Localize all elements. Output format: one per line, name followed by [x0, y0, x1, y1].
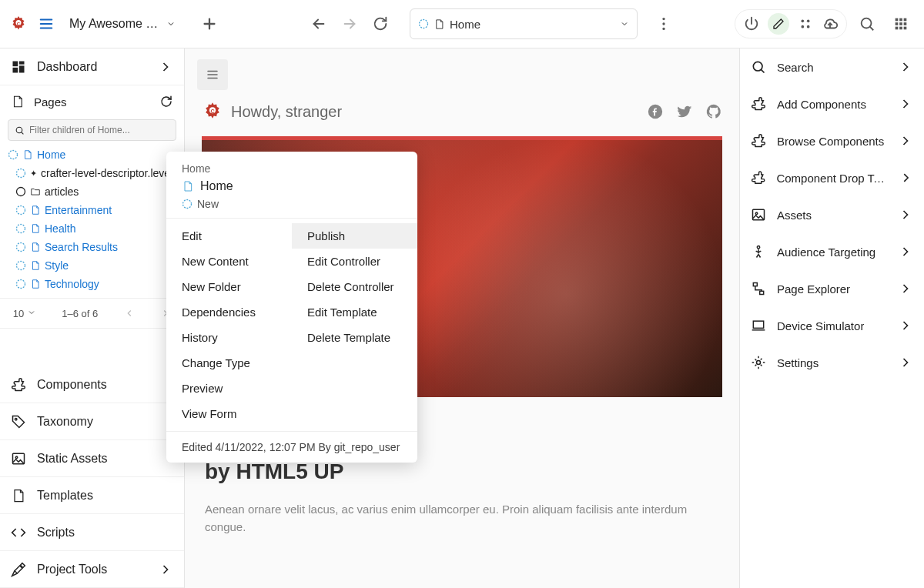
site-switcher[interactable]: My Awesome E… [65, 17, 180, 31]
address-bar[interactable]: Home [410, 8, 638, 39]
twitter-icon[interactable] [676, 103, 693, 120]
page-tree: Home ✦ crafter-level-descriptor.leve art… [0, 145, 184, 298]
gear-icon [751, 355, 766, 370]
global-search-button[interactable] [853, 10, 881, 38]
rp-search[interactable]: Search [740, 48, 924, 85]
chevron-right-icon [899, 170, 913, 185]
ctx-edit[interactable]: Edit [166, 223, 292, 249]
laptop-icon [751, 318, 766, 333]
chevron-right-icon [898, 59, 913, 75]
preview-menu-button[interactable] [197, 59, 228, 90]
nav-back-button[interactable] [305, 10, 333, 38]
pages-label: Pages [34, 95, 67, 109]
project-tools-section[interactable]: Project Tools [0, 551, 184, 588]
ctx-new-content[interactable]: New Content [166, 249, 292, 274]
rp-component-drop-targets[interactable]: Component Drop Ta… [740, 159, 924, 196]
image-icon [11, 451, 26, 466]
chevron-right-icon [898, 355, 913, 370]
dashboard-icon [11, 59, 26, 75]
tree-item-articles[interactable]: articles [8, 182, 179, 201]
tree-item-descriptor[interactable]: ✦ crafter-level-descriptor.leve [8, 164, 179, 182]
dashboard-label: Dashboard [37, 60, 97, 74]
github-icon[interactable] [705, 103, 722, 120]
ctx-change-type[interactable]: Change Type [166, 350, 292, 376]
tree-item-technology[interactable]: Technology [8, 275, 179, 293]
ctx-edit-controller[interactable]: Edit Controller [292, 249, 417, 274]
chevron-right-icon [898, 133, 913, 149]
page-icon [22, 149, 33, 160]
filter-box[interactable] [8, 119, 176, 141]
article-subtitle: by HTML5 UP [205, 459, 719, 484]
status-icon [182, 199, 192, 209]
ctx-delete-template[interactable]: Delete Template [292, 325, 417, 350]
context-menu: Home Home New Edit New Content New Folde… [166, 152, 417, 463]
top-toolbar: My Awesome E… Home [0, 0, 924, 48]
pages-header: Pages [0, 85, 184, 118]
status-icon [418, 18, 429, 29]
rp-audience-targeting[interactable]: Audience Targeting [740, 233, 924, 270]
dashboard-link[interactable]: Dashboard [0, 48, 184, 85]
ctx-view-form[interactable]: View Form [166, 401, 292, 426]
chevron-right-icon [158, 59, 173, 75]
rp-page-explorer[interactable]: Page Explorer [740, 270, 924, 307]
page-icon [30, 279, 41, 289]
ctx-history[interactable]: History [166, 325, 292, 350]
filter-input[interactable] [29, 125, 169, 135]
power-button[interactable] [743, 15, 760, 32]
extension-icon [751, 170, 765, 185]
taxonomy-section[interactable]: Taxonomy [0, 403, 184, 440]
ctx-delete-controller[interactable]: Delete Controller [292, 274, 417, 299]
nav-reload-button[interactable] [367, 10, 394, 38]
status-icon [15, 223, 26, 234]
tree-item-style[interactable]: Style [8, 256, 179, 275]
search-icon [751, 59, 766, 75]
code-icon [11, 525, 26, 540]
tree-item-health[interactable]: Health [8, 219, 179, 238]
templates-section[interactable]: Templates [0, 477, 184, 514]
status-icon [15, 242, 26, 252]
scripts-section[interactable]: Scripts [0, 514, 184, 551]
more-options-button[interactable] [650, 10, 678, 38]
ctx-title: Home [182, 179, 402, 193]
rp-browse-components[interactable]: Browse Components [740, 122, 924, 159]
components-section[interactable]: Components [0, 366, 184, 403]
main-menu-button[interactable] [32, 10, 60, 38]
tree-item-entertainment[interactable]: Entertainment [8, 201, 179, 219]
page-icon [30, 223, 41, 234]
ctx-dependencies[interactable]: Dependencies [166, 299, 292, 325]
page-size-select[interactable]: 10 [13, 308, 36, 319]
refresh-button[interactable] [159, 95, 173, 109]
article-paragraph: Aenean ornare velit lacus, ac varius eni… [205, 501, 719, 536]
widgets-button[interactable] [797, 15, 814, 32]
create-button[interactable] [196, 10, 223, 38]
page-icon [30, 205, 41, 215]
tree-item-search-results[interactable]: Search Results [8, 238, 179, 256]
menu-icon [206, 68, 219, 82]
ctx-publish[interactable]: Publish [292, 223, 417, 249]
tree-pager: 10 1–6 of 6 [0, 298, 184, 329]
page-icon [30, 242, 41, 252]
ctx-new-folder[interactable]: New Folder [166, 274, 292, 299]
facebook-icon[interactable] [647, 103, 664, 120]
ctx-edit-template[interactable]: Edit Template [292, 299, 417, 325]
greeting-text: Howdy, stranger [231, 103, 342, 121]
ctx-preview[interactable]: Preview [166, 376, 292, 401]
nav-forward-button[interactable] [336, 10, 363, 38]
app-logo-icon [9, 15, 28, 33]
rp-settings[interactable]: Settings [740, 344, 924, 381]
publish-status-button[interactable] [822, 15, 839, 32]
person-icon [751, 244, 766, 259]
ctx-status: New [182, 198, 402, 210]
edit-mode-button[interactable] [768, 13, 789, 35]
apps-button[interactable] [887, 10, 915, 38]
xml-icon: ✦ [30, 169, 37, 179]
social-links [647, 103, 722, 120]
rp-device-simulator[interactable]: Device Simulator [740, 307, 924, 344]
rp-add-components[interactable]: Add Components [740, 85, 924, 122]
static-assets-section[interactable]: Static Assets [0, 440, 184, 477]
tree-item-home[interactable]: Home [8, 145, 179, 164]
pager-prev-button[interactable] [124, 308, 135, 319]
rp-assets[interactable]: Assets [740, 196, 924, 233]
page-icon [11, 95, 25, 109]
extension-icon [11, 377, 26, 393]
